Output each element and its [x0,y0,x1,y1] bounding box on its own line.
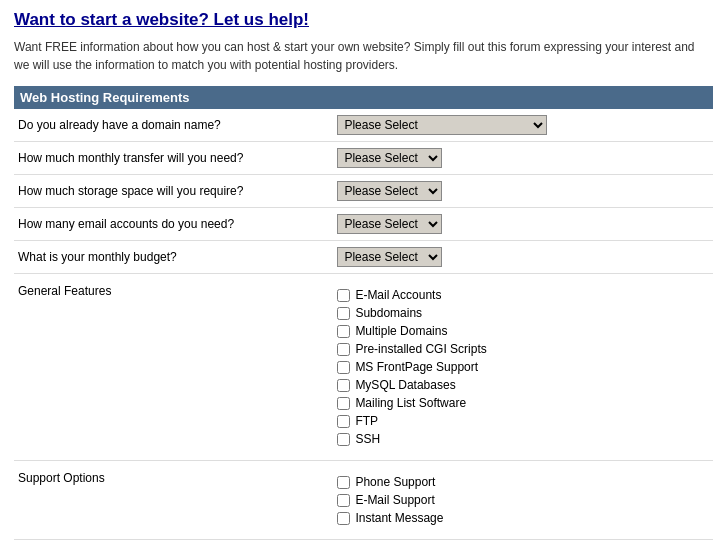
domain-label: Do you already have a domain name? [14,109,333,142]
requirements-header: Web Hosting Requirements [14,86,713,109]
checkbox-frontpage[interactable] [337,361,350,374]
general-features-label: General Features [14,274,333,461]
support-options-label: Support Options [14,461,333,540]
feature-mysql[interactable]: MySQL Databases [337,378,709,392]
domain-cell: Please Select Yes No [333,109,713,142]
feature-ftp[interactable]: FTP [337,414,709,428]
intro-text: Want FREE information about how you can … [14,38,713,74]
feature-frontpage[interactable]: MS FrontPage Support [337,360,709,374]
feature-mailing-list-label: Mailing List Software [355,396,466,410]
budget-label: What is your monthly budget? [14,241,333,274]
email-accounts-select[interactable]: Please Select 1-5 6-10 Unlimited [337,214,442,234]
support-instant-message[interactable]: Instant Message [337,511,709,525]
domain-select[interactable]: Please Select Yes No [337,115,547,135]
feature-ssh-label: SSH [355,432,380,446]
page-title: Want to start a website? Let us help! [14,10,713,30]
transfer-label: How much monthly transfer will you need? [14,142,333,175]
storage-label: How much storage space will you require? [14,175,333,208]
support-options-group: Phone Support E-Mail Support Instant Mes… [337,471,709,529]
feature-cgi-label: Pre-installed CGI Scripts [355,342,486,356]
email-accounts-label: How many email accounts do you need? [14,208,333,241]
support-email[interactable]: E-Mail Support [337,493,709,507]
checkbox-multiple-domains[interactable] [337,325,350,338]
feature-frontpage-label: MS FrontPage Support [355,360,478,374]
checkbox-mysql[interactable] [337,379,350,392]
feature-mailing-list[interactable]: Mailing List Software [337,396,709,410]
feature-ssh[interactable]: SSH [337,432,709,446]
support-email-label: E-Mail Support [355,493,434,507]
budget-cell: Please Select Under $5 $5-$10 $10-$20 $2… [333,241,713,274]
checkbox-mailing-list[interactable] [337,397,350,410]
transfer-select[interactable]: Please Select 1 GB 5 GB 10 GB Unlimited [337,148,442,168]
checkbox-ftp[interactable] [337,415,350,428]
support-phone-label: Phone Support [355,475,435,489]
feature-email-accounts-label: E-Mail Accounts [355,288,441,302]
checkbox-instant-message[interactable] [337,512,350,525]
support-phone[interactable]: Phone Support [337,475,709,489]
feature-subdomains-label: Subdomains [355,306,422,320]
checkbox-email-accounts[interactable] [337,289,350,302]
checkbox-phone-support[interactable] [337,476,350,489]
feature-ftp-label: FTP [355,414,378,428]
support-instant-message-label: Instant Message [355,511,443,525]
general-features-group: E-Mail Accounts Subdomains Multiple Doma… [337,284,709,450]
feature-multiple-domains-label: Multiple Domains [355,324,447,338]
checkbox-email-support[interactable] [337,494,350,507]
feature-email-accounts[interactable]: E-Mail Accounts [337,288,709,302]
checkbox-subdomains[interactable] [337,307,350,320]
email-accounts-cell: Please Select 1-5 6-10 Unlimited [333,208,713,241]
feature-multiple-domains[interactable]: Multiple Domains [337,324,709,338]
budget-select[interactable]: Please Select Under $5 $5-$10 $10-$20 $2… [337,247,442,267]
checkbox-cgi[interactable] [337,343,350,356]
storage-cell: Please Select 100 MB 500 MB 1 GB [333,175,713,208]
support-options-cell: Phone Support E-Mail Support Instant Mes… [333,461,713,540]
transfer-cell: Please Select 1 GB 5 GB 10 GB Unlimited [333,142,713,175]
feature-subdomains[interactable]: Subdomains [337,306,709,320]
checkbox-ssh[interactable] [337,433,350,446]
feature-cgi[interactable]: Pre-installed CGI Scripts [337,342,709,356]
storage-select[interactable]: Please Select 100 MB 500 MB 1 GB [337,181,442,201]
general-features-cell: E-Mail Accounts Subdomains Multiple Doma… [333,274,713,461]
feature-mysql-label: MySQL Databases [355,378,455,392]
